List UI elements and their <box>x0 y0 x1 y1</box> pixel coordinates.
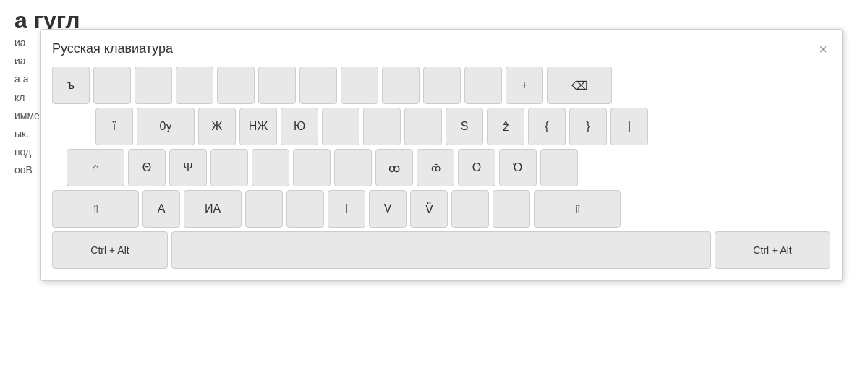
key-i[interactable]: I <box>328 190 365 228</box>
key-zhat[interactable]: ẑ <box>487 108 524 145</box>
key-ctrl-alt-left[interactable]: Ctrl + Alt <box>52 231 168 269</box>
key-empty[interactable] <box>286 190 324 228</box>
key-yu[interactable]: Ю <box>281 108 318 145</box>
key-empty[interactable] <box>176 67 213 104</box>
key-empty[interactable] <box>363 108 401 145</box>
key-brace-close[interactable]: } <box>569 108 607 145</box>
key-empty[interactable] <box>135 67 172 104</box>
key-v[interactable]: V <box>369 190 407 228</box>
key-empty[interactable] <box>258 67 296 104</box>
key-empty[interactable] <box>93 67 131 104</box>
key-co2[interactable]: ꝏ̄ <box>417 149 454 186</box>
key-empty[interactable] <box>382 67 420 104</box>
key-empty[interactable] <box>423 67 461 104</box>
key-empty[interactable] <box>299 67 337 104</box>
key-row-1: ъ + ⌫ <box>52 67 830 104</box>
key-ia[interactable]: ИА <box>184 190 242 228</box>
key-s[interactable]: S <box>446 108 483 145</box>
key-plus[interactable]: + <box>506 67 543 104</box>
key-backspace[interactable]: ⌫ <box>547 67 612 104</box>
key-empty[interactable] <box>322 108 359 145</box>
key-o-accent[interactable]: Ό <box>499 149 537 186</box>
key-space[interactable] <box>171 231 711 269</box>
key-shift-left[interactable]: ⇧ <box>52 190 139 228</box>
key-psi[interactable]: Ψ <box>169 149 207 186</box>
key-v-uml[interactable]: V̈ <box>410 190 448 228</box>
key-empty[interactable] <box>293 149 331 186</box>
key-empty[interactable] <box>341 67 378 104</box>
key-empty[interactable] <box>334 149 372 186</box>
key-empty[interactable] <box>404 108 442 145</box>
key-pipe[interactable]: | <box>610 108 648 145</box>
key-ctrl-alt-right[interactable]: Ctrl + Alt <box>715 231 830 269</box>
keyboard-title: Русская клавиатура <box>52 41 173 56</box>
key-row-4: ⇧ А ИА I V V̈ ⇧ <box>52 190 830 228</box>
keyboard-header: Русская клавиатура × <box>52 41 830 56</box>
key-empty[interactable] <box>540 149 578 186</box>
key-zh[interactable]: Ж <box>198 108 236 145</box>
key-row-2: ї 0у Ж НЖ Ю S ẑ { } | <box>52 108 830 145</box>
key-nzh[interactable]: НЖ <box>239 108 277 145</box>
key-home[interactable]: ⌂ <box>67 149 124 186</box>
key-empty[interactable] <box>217 67 255 104</box>
key-empty[interactable] <box>493 190 530 228</box>
key-a[interactable]: А <box>142 190 180 228</box>
key-row-3: ⌂ Θ Ψ ꝏ ꝏ̄ Ο Ό <box>52 149 830 186</box>
key-o[interactable]: Ο <box>458 149 495 186</box>
keyboard-rows: ъ + ⌫ ї 0у Ж НЖ Ю S ẑ { } <box>52 67 830 269</box>
key-brace-open[interactable]: { <box>528 108 566 145</box>
key-0у[interactable]: 0у <box>137 108 195 145</box>
key-co1[interactable]: ꝏ <box>375 149 413 186</box>
key-theta[interactable]: Θ <box>128 149 166 186</box>
close-button[interactable]: × <box>816 42 830 56</box>
keyboard-panel: Русская клавиатура × ъ + ⌫ ї 0у Ж НЖ Ю <box>40 29 843 281</box>
key-yi[interactable]: ї <box>95 108 133 145</box>
key-ъ[interactable]: ъ <box>52 67 90 104</box>
key-shift-right[interactable]: ⇧ <box>534 190 621 228</box>
key-row-5: Ctrl + Alt Ctrl + Alt <box>52 231 830 269</box>
key-empty[interactable] <box>451 190 489 228</box>
key-empty[interactable] <box>245 190 283 228</box>
key-empty[interactable] <box>252 149 289 186</box>
key-empty[interactable] <box>210 149 248 186</box>
key-empty[interactable] <box>464 67 502 104</box>
